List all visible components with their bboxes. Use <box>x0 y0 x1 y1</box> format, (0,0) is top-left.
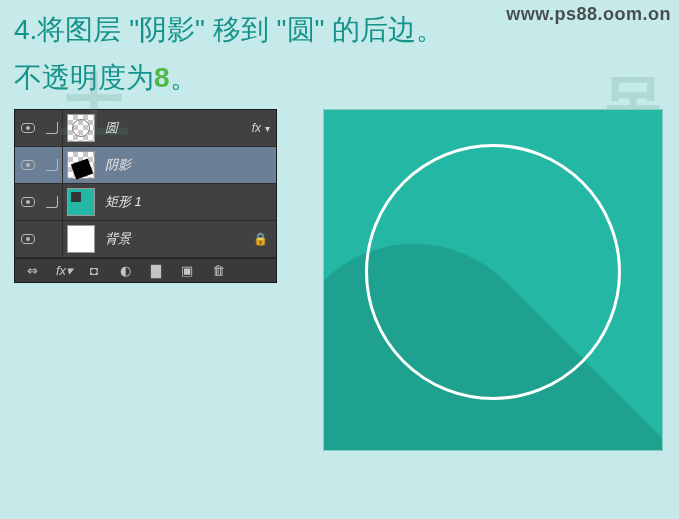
instruction-line2-suffix: 。 <box>170 62 198 93</box>
layer-thumbnail[interactable] <box>67 151 95 179</box>
link-corner-icon <box>46 159 58 171</box>
layer-thumbnail[interactable] <box>67 188 95 216</box>
layer-row-rect[interactable]: 矩形 1 <box>15 184 276 221</box>
lock-icon[interactable]: 🔒 <box>253 232 276 246</box>
group-icon[interactable]: ▇ <box>149 263 163 278</box>
canvas-preview <box>323 109 663 451</box>
new-layer-icon[interactable]: ▣ <box>180 263 194 278</box>
fx-icon[interactable]: fx▾ <box>56 263 70 278</box>
link-layers-icon[interactable]: ⇔ <box>25 263 39 278</box>
visibility-eye-icon[interactable] <box>21 123 35 133</box>
link-corner-icon <box>46 122 58 134</box>
visibility-eye-icon[interactable] <box>21 160 35 170</box>
layer-thumbnail[interactable] <box>67 114 95 142</box>
layer-name[interactable]: 背景 <box>99 230 253 248</box>
layer-row-circle[interactable]: 圆 fx ▾ <box>15 110 276 147</box>
preview-circle <box>365 144 621 400</box>
visibility-eye-icon[interactable] <box>21 234 35 244</box>
link-corner-icon <box>46 196 58 208</box>
layer-row-background[interactable]: 背景 🔒 <box>15 221 276 258</box>
watermark-text: www.ps88.oom.on <box>506 4 671 25</box>
mask-icon[interactable]: ◘ <box>87 263 101 278</box>
delete-layer-icon[interactable]: 🗑 <box>211 263 225 278</box>
layers-panel-footer: ⇔ fx▾ ◘ ◐ ▇ ▣ 🗑 <box>15 258 276 282</box>
layer-name[interactable]: 圆 <box>99 119 252 137</box>
instruction-line1: 将图层 "阴影" 移到 "圆" 的后边。 <box>37 14 444 45</box>
fx-label[interactable]: fx <box>252 121 265 135</box>
opacity-value: 8 <box>154 62 170 93</box>
chevron-down-icon[interactable]: ▾ <box>265 123 276 134</box>
instruction-line2-prefix: 不透明度为 <box>14 62 154 93</box>
layer-name[interactable]: 矩形 1 <box>99 193 276 211</box>
layer-row-shadow[interactable]: 阴影 <box>15 147 276 184</box>
adjustment-icon[interactable]: ◐ <box>118 263 132 278</box>
layer-thumbnail[interactable] <box>67 225 95 253</box>
visibility-eye-icon[interactable] <box>21 197 35 207</box>
step-number: 4. <box>14 14 37 45</box>
layers-panel: 圆 fx ▾ 阴影 矩形 1 背景 🔒 ⇔ fx▾ ◘ ◐ <box>14 109 277 283</box>
layer-name[interactable]: 阴影 <box>99 156 276 174</box>
